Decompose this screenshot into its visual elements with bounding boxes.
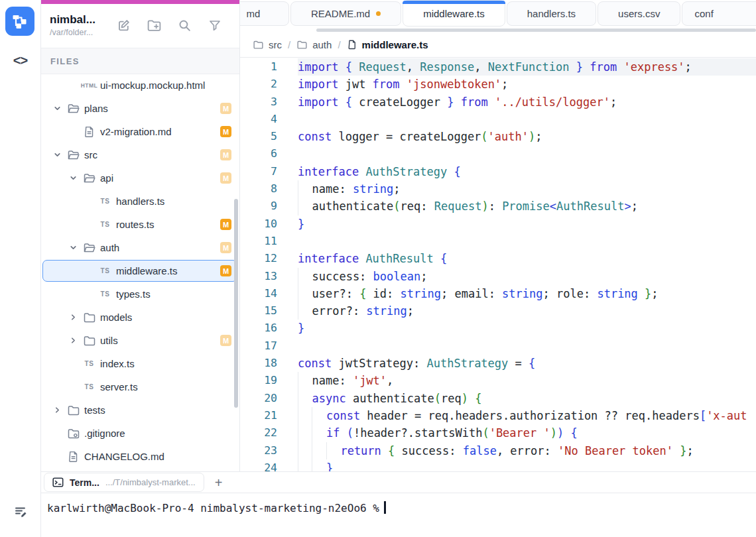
chevron-down-icon xyxy=(53,150,62,159)
files-section-header: FILES xyxy=(40,48,239,74)
tree-item-types.ts[interactable]: TStypes.ts xyxy=(40,282,239,306)
folder-open-icon xyxy=(83,172,96,185)
tree-item-routes.ts[interactable]: TSroutes.tsM xyxy=(40,213,239,236)
file-label: index.ts xyxy=(100,358,135,369)
tree-item-index.ts[interactable]: TSindex.ts xyxy=(40,352,239,375)
tree-expander[interactable] xyxy=(66,174,80,182)
tree-item-server.ts[interactable]: TSserver.ts xyxy=(40,375,239,398)
tree-item-.gitignore[interactable]: .gitignore xyxy=(40,422,239,445)
tab-bar: mdREADME.mdmiddleware.tshandlers.tsusers… xyxy=(240,0,756,28)
file-label: auth xyxy=(100,242,119,253)
line-number: 20 xyxy=(240,390,277,407)
terminal-prompt: karlwirth@MacBook-Pro-4 nimbalyst-market… xyxy=(47,502,379,514)
tab-middleware.ts[interactable]: middleware.ts xyxy=(403,0,505,27)
file-label: server.ts xyxy=(100,381,138,392)
sidebar-scrollbar[interactable] xyxy=(234,199,238,408)
tree-expander[interactable] xyxy=(66,243,80,252)
doc-icon xyxy=(80,125,98,138)
tree-expander[interactable] xyxy=(66,313,80,322)
tree-expander[interactable] xyxy=(50,406,64,414)
folder-icon xyxy=(83,311,96,324)
line-number: 15 xyxy=(240,302,277,320)
code-line-content: interface AuthStrategy { xyxy=(298,163,756,180)
folder-open-icon xyxy=(80,241,98,255)
code-line: 17 xyxy=(240,337,756,355)
tree-expander[interactable] xyxy=(66,336,80,345)
folder-open-icon xyxy=(67,149,80,162)
code-line: 13success: boolean; xyxy=(240,268,756,285)
folder-open-icon xyxy=(83,241,96,255)
new-folder-button[interactable] xyxy=(147,18,161,32)
breadcrumb-auth[interactable]: auth xyxy=(296,39,332,50)
filter-button[interactable] xyxy=(208,18,222,32)
typescript-file-icon: TS xyxy=(80,360,98,367)
breadcrumb-label: src xyxy=(269,39,282,50)
tree-item-api[interactable]: apiM xyxy=(40,166,239,190)
tab-README.md[interactable]: README.md xyxy=(290,1,401,26)
terminal-tab-label: Term... xyxy=(70,477,99,488)
indent-guide xyxy=(298,390,312,407)
app-logo[interactable] xyxy=(5,7,34,36)
tree-item-middleware.ts[interactable]: TSmiddleware.tsM xyxy=(40,259,239,282)
indent-guide xyxy=(326,442,340,459)
search-icon xyxy=(178,19,192,32)
line-number: 11 xyxy=(240,233,277,250)
tree-item-auth[interactable]: authM xyxy=(40,236,239,259)
tree-expander[interactable] xyxy=(50,104,64,113)
tab-conf[interactable]: conf xyxy=(682,1,756,26)
code-line: 24} xyxy=(240,459,756,471)
tab-handlers.ts[interactable]: handlers.ts xyxy=(507,1,596,26)
line-number: 3 xyxy=(240,93,277,111)
tree-item-tests[interactable]: tests xyxy=(40,398,239,422)
terminal-tab[interactable]: Term... .../T/nimbalyst-market... xyxy=(44,473,204,492)
file-label: v2-migration.md xyxy=(100,126,172,137)
terminal-bar: Term... .../T/nimbalyst-market... + xyxy=(40,471,756,493)
line-number: 9 xyxy=(240,198,277,215)
terminal-output[interactable]: karlwirth@MacBook-Pro-4 nimbalyst-market… xyxy=(40,494,756,537)
tree-item-src[interactable]: srcM xyxy=(40,143,239,166)
code-line-content: const logger = createLogger('auth'); xyxy=(298,128,756,145)
breadcrumb-middleware.ts[interactable]: middleware.ts xyxy=(347,39,428,50)
code-line-content: error?: string; xyxy=(298,302,756,320)
tree-item-utils[interactable]: utilsM xyxy=(40,329,239,352)
code-line-content: return { success: false, error: 'No Bear… xyxy=(298,442,756,459)
code-line: 21const header = req.headers.authorizati… xyxy=(240,407,756,424)
line-number: 4 xyxy=(240,111,277,128)
breadcrumb: src/auth/middleware.ts xyxy=(240,32,756,58)
tab-md[interactable]: md xyxy=(240,1,289,26)
tab-users.csv[interactable]: users.csv xyxy=(598,1,680,26)
code-line: 4 xyxy=(240,111,756,128)
tree-item-handlers.ts[interactable]: TShandlers.ts xyxy=(40,190,239,213)
sidebar-header: nimbal... /var/folder... xyxy=(40,5,239,45)
tree-item-CHANGELOG.md[interactable]: CHANGELOG.md xyxy=(40,445,239,468)
tree-item-v2-migration.md[interactable]: v2-migration.mdM xyxy=(40,120,239,143)
code-line: 18const jwtStrategy: AuthStrategy = { xyxy=(240,355,756,372)
tree-item-models[interactable]: models xyxy=(40,306,239,329)
modified-badge: M xyxy=(220,172,231,184)
indent-guide xyxy=(298,302,312,320)
file-label: middleware.ts xyxy=(116,265,178,276)
line-number: 6 xyxy=(240,145,277,162)
tree-expander[interactable] xyxy=(50,150,64,159)
line-number: 24 xyxy=(240,459,277,471)
search-button[interactable] xyxy=(177,18,192,32)
new-terminal-button[interactable]: + xyxy=(215,476,223,489)
tree-item-ui-mockup.mockup.html[interactable]: HTMLui-mockup.mockup.html xyxy=(40,74,239,97)
notes-edit-icon[interactable] xyxy=(0,504,40,518)
edit-button[interactable] xyxy=(116,18,131,32)
code-view-icon[interactable]: <> xyxy=(0,53,40,68)
tab-label: md xyxy=(247,8,261,19)
tab-label: conf xyxy=(694,8,713,19)
breadcrumb-src[interactable]: src xyxy=(253,39,282,50)
folder-icon xyxy=(80,311,98,324)
code-line-content: const jwtStrategy: AuthStrategy = { xyxy=(298,355,756,372)
chevron-right-icon xyxy=(69,336,78,345)
gitignore-icon xyxy=(67,427,80,440)
tree-item-plans[interactable]: plansM xyxy=(40,97,239,120)
code-line-content: import jwt from 'jsonwebtoken'; xyxy=(298,76,756,93)
typescript-file-icon: TS xyxy=(96,198,114,205)
code-line: 20async authenticate(req) { xyxy=(240,390,756,407)
code-editor[interactable]: 1import { Request, Response, NextFunctio… xyxy=(240,58,756,471)
line-number: 10 xyxy=(240,215,277,233)
code-line-content: } xyxy=(298,215,756,233)
